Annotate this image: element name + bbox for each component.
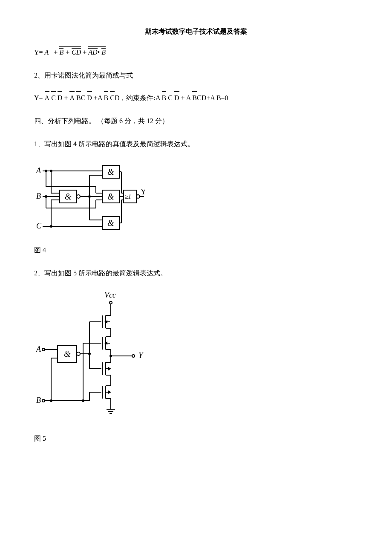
- svg-marker-77: [108, 390, 111, 394]
- svg-point-103: [82, 399, 84, 402]
- nmos-1: [98, 362, 111, 375]
- svg-point-98: [88, 353, 91, 355]
- question-2: 2、用卡诺图法化简为最简或与式: [34, 69, 358, 82]
- figure-5-label: 图 5: [34, 433, 358, 445]
- equation-2: Y= A C D + A BC D +A B CD，约束条件:A B C D +…: [34, 92, 358, 104]
- input-B-label: B: [36, 396, 41, 405]
- output-Y-label: Y: [138, 351, 144, 360]
- input-A-label: A: [36, 345, 41, 353]
- svg-point-47: [110, 301, 112, 304]
- svg-point-92: [50, 399, 52, 402]
- pmos-1: [98, 315, 111, 328]
- question-4-2: 2、写出如图 5 所示电路的最简逻辑表达式。: [34, 267, 358, 280]
- input-A-label: A: [36, 166, 41, 175]
- figure-5-circuit: .wire { stroke:#000; stroke-width:2; fil…: [34, 290, 358, 426]
- svg-point-37: [136, 195, 140, 198]
- output-Y-label: Y: [141, 188, 145, 196]
- pmos-2: [98, 337, 111, 350]
- svg-text:&: &: [107, 167, 114, 176]
- svg-text:≥1: ≥1: [125, 194, 131, 200]
- svg-point-9: [77, 195, 80, 198]
- svg-marker-70: [108, 367, 111, 370]
- svg-text:&: &: [64, 349, 71, 358]
- nmos-2: [98, 386, 111, 399]
- input-C-label: C: [36, 222, 42, 230]
- svg-point-86: [42, 348, 45, 351]
- figure-4-circuit: .wire { stroke:#000; stroke-width:2; fil…: [34, 161, 358, 238]
- svg-point-90: [42, 399, 45, 402]
- svg-text:&: &: [65, 192, 72, 201]
- section-4-heading: 四、分析下列电路。 （每题 6 分，共 12 分）: [34, 115, 358, 127]
- question-4-1: 1、写出如图 4 所示电路的真值表及最简逻辑表达式。: [34, 138, 358, 150]
- svg-text:&: &: [107, 192, 114, 201]
- input-B-label: B: [36, 192, 41, 200]
- equation-1: Y= A + B + CD + AD• B: [34, 46, 358, 59]
- svg-point-65: [132, 355, 135, 357]
- page-title: 期末考试数字电子技术试题及答案: [34, 26, 358, 38]
- figure-4-label: 图 4: [34, 244, 358, 257]
- svg-text:Vcc: Vcc: [104, 291, 116, 299]
- svg-point-85: [77, 352, 80, 356]
- svg-text:&: &: [107, 218, 114, 228]
